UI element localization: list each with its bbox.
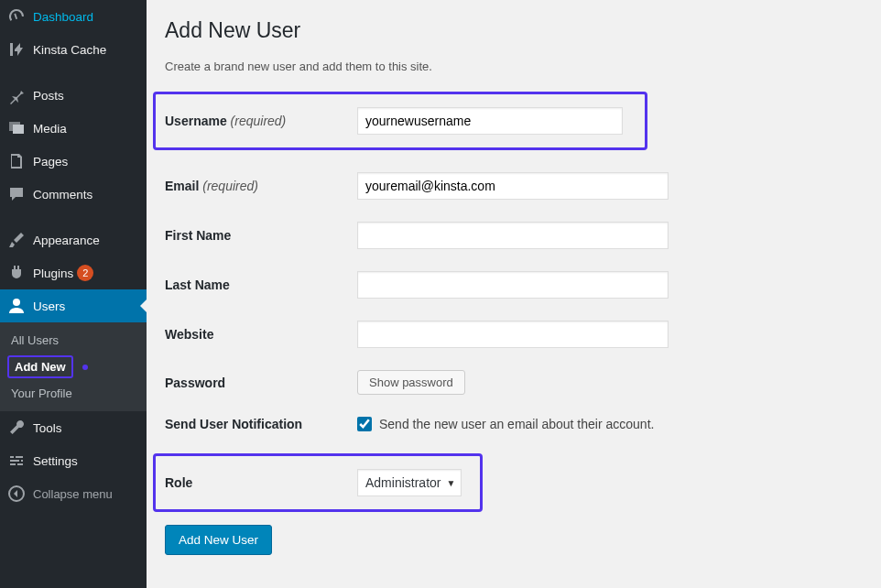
svg-point-0 bbox=[13, 299, 20, 306]
sidebar-label: Plugins bbox=[33, 267, 73, 280]
first-name-row: First Name bbox=[165, 222, 863, 249]
sidebar-label: Settings bbox=[33, 454, 78, 468]
first-name-label: First Name bbox=[165, 228, 357, 243]
dashboard-icon bbox=[7, 7, 26, 26]
sidebar-item-dashboard[interactable]: Dashboard bbox=[0, 0, 147, 33]
comments-icon bbox=[7, 185, 26, 203]
email-label: Email (required) bbox=[165, 179, 357, 193]
kinsta-icon bbox=[7, 40, 26, 59]
username-label: Username (required) bbox=[165, 114, 357, 128]
sidebar-item-users[interactable]: Users bbox=[0, 289, 147, 322]
sidebar-item-appearance[interactable]: Appearance bbox=[0, 223, 147, 256]
highlight-dot bbox=[82, 365, 88, 370]
notification-text: Send the new user an email about their a… bbox=[379, 417, 654, 431]
pin-icon bbox=[7, 86, 26, 104]
sidebar-label: Comments bbox=[33, 188, 92, 201]
add-user-submit-button[interactable]: Add New User bbox=[165, 525, 272, 555]
submenu-all-users[interactable]: All Users bbox=[0, 328, 147, 353]
password-label: Password bbox=[165, 376, 357, 390]
email-input[interactable] bbox=[357, 172, 669, 200]
sidebar-label: Posts bbox=[33, 89, 64, 103]
wrench-icon bbox=[7, 419, 26, 437]
first-name-input[interactable] bbox=[357, 222, 669, 249]
admin-sidebar: Dashboard Kinsta Cache Posts Media Pages… bbox=[0, 0, 147, 588]
website-label: Website bbox=[165, 327, 357, 342]
notification-label: Send User Notification bbox=[165, 417, 357, 431]
sidebar-label: Appearance bbox=[33, 234, 100, 247]
sidebar-label: Media bbox=[33, 122, 67, 136]
sidebar-item-plugins[interactable]: Plugins 2 bbox=[0, 256, 147, 289]
plugins-update-badge: 2 bbox=[77, 265, 93, 281]
sidebar-label: Dashboard bbox=[33, 10, 93, 24]
pages-icon bbox=[7, 152, 26, 170]
sidebar-label: Pages bbox=[33, 155, 68, 169]
username-input[interactable] bbox=[357, 107, 623, 135]
username-row: Username (required) bbox=[153, 92, 647, 150]
email-row: Email (required) bbox=[165, 172, 863, 200]
submenu-add-new[interactable]: Add New bbox=[7, 355, 73, 378]
sidebar-item-tools[interactable]: Tools bbox=[0, 411, 147, 444]
sidebar-item-settings[interactable]: Settings bbox=[0, 444, 147, 477]
media-icon bbox=[7, 119, 26, 137]
plugin-icon bbox=[7, 264, 26, 282]
last-name-label: Last Name bbox=[165, 278, 357, 292]
role-select[interactable]: Administrator ▼ bbox=[357, 469, 462, 496]
users-submenu: All Users Add New Your Profile bbox=[0, 322, 147, 411]
last-name-input[interactable] bbox=[357, 271, 669, 299]
chevron-down-icon: ▼ bbox=[446, 478, 455, 488]
notification-checkbox[interactable] bbox=[357, 417, 372, 431]
notification-row: Send User Notification Send the new user… bbox=[165, 417, 863, 431]
sidebar-item-media[interactable]: Media bbox=[0, 112, 147, 145]
page-description: Create a brand new user and add them to … bbox=[165, 60, 863, 73]
submenu-your-profile[interactable]: Your Profile bbox=[0, 381, 147, 406]
users-icon bbox=[7, 297, 26, 315]
sidebar-item-comments[interactable]: Comments bbox=[0, 178, 147, 211]
role-label: Role bbox=[165, 475, 357, 490]
sidebar-label: Kinsta Cache bbox=[33, 43, 106, 57]
sidebar-label: Tools bbox=[33, 421, 62, 435]
website-input[interactable] bbox=[357, 321, 669, 348]
show-password-button[interactable]: Show password bbox=[357, 370, 465, 395]
sidebar-item-pages[interactable]: Pages bbox=[0, 145, 147, 178]
sidebar-label: Users bbox=[33, 299, 65, 313]
settings-icon bbox=[7, 452, 26, 470]
collapse-icon bbox=[7, 485, 26, 503]
website-row: Website bbox=[165, 321, 863, 348]
sidebar-item-posts[interactable]: Posts bbox=[0, 79, 147, 112]
main-content: Add New User Create a brand new user and… bbox=[147, 0, 881, 588]
role-row: Role Administrator ▼ bbox=[153, 453, 483, 512]
collapse-menu[interactable]: Collapse menu bbox=[0, 477, 147, 510]
brush-icon bbox=[7, 231, 26, 249]
collapse-label: Collapse menu bbox=[33, 487, 113, 501]
last-name-row: Last Name bbox=[165, 271, 863, 299]
role-select-value: Administrator bbox=[365, 475, 440, 490]
sidebar-item-kinsta-cache[interactable]: Kinsta Cache bbox=[0, 33, 147, 66]
page-title: Add New User bbox=[165, 18, 863, 43]
password-row: Password Show password bbox=[165, 370, 863, 395]
